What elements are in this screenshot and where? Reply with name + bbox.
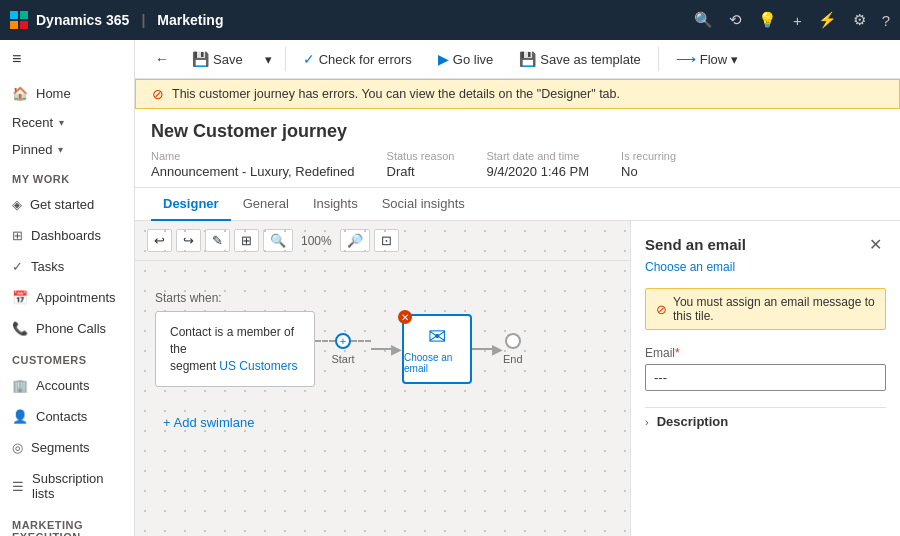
end-label: End bbox=[503, 353, 523, 365]
top-navigation: Dynamics 365 | Marketing 🔍 ⟲ 💡 + ⚡ ⚙ ? bbox=[0, 0, 900, 40]
sidebar-item-phonecalls[interactable]: 📞 Phone Calls bbox=[0, 313, 134, 344]
meta-name: Name Announcement - Luxury, Redefined bbox=[151, 150, 355, 179]
svg-rect-1 bbox=[20, 11, 28, 19]
save-label: Save bbox=[213, 52, 243, 67]
redo-button[interactable]: ↪ bbox=[176, 229, 201, 252]
save-icon: 💾 bbox=[192, 51, 209, 67]
mywork-section-header: My Work bbox=[0, 163, 134, 189]
contacts-icon: 👤 bbox=[12, 409, 28, 424]
end-connector: End bbox=[503, 333, 523, 365]
check-errors-button[interactable]: ✓ Check for errors bbox=[292, 46, 423, 72]
tab-socialinsights[interactable]: Social insights bbox=[370, 188, 477, 221]
settings-icon[interactable]: ⚙ bbox=[853, 11, 866, 29]
save-dropdown-button[interactable]: ▾ bbox=[258, 47, 279, 72]
right-panel-title: Send an email bbox=[645, 236, 746, 253]
right-panel: Send an email ✕ Choose an email ⊘ You mu… bbox=[630, 221, 900, 536]
refresh-icon[interactable]: ⟲ bbox=[729, 11, 742, 29]
start-label: Start bbox=[331, 353, 354, 365]
sidebar-item-appointments[interactable]: 📅 Appointments bbox=[0, 282, 134, 313]
flow-icon: ⟶ bbox=[676, 51, 696, 67]
add-swimlane-button[interactable]: + Add swimlane bbox=[155, 411, 610, 434]
email-tile[interactable]: ✕ ✉ Choose an email bbox=[402, 314, 472, 384]
email-tile-error-icon: ✕ bbox=[398, 310, 412, 324]
pinned-chevron-icon: ▾ bbox=[58, 144, 63, 155]
svg-rect-2 bbox=[10, 21, 18, 29]
tasks-icon: ✓ bbox=[12, 259, 23, 274]
hamburger-menu[interactable]: ≡ bbox=[0, 40, 134, 78]
description-chevron-icon: › bbox=[645, 416, 649, 428]
right-panel-close-button[interactable]: ✕ bbox=[865, 233, 886, 256]
grid-button[interactable]: ⊞ bbox=[234, 229, 259, 252]
solid-line-1 bbox=[371, 348, 391, 350]
go-live-button[interactable]: ▶ Go live bbox=[427, 46, 504, 72]
journey-row: Contact is a member of the segment US Cu… bbox=[155, 311, 610, 387]
arrow-to-email: ▶ bbox=[371, 341, 402, 357]
accounts-icon: 🏢 bbox=[12, 378, 28, 393]
start-box-text1: Contact is a member of the bbox=[170, 325, 294, 356]
back-button[interactable]: ← bbox=[147, 47, 177, 71]
tab-designer[interactable]: Designer bbox=[151, 188, 231, 221]
email-field-label: Email* bbox=[645, 346, 886, 360]
filter-icon[interactable]: ⚡ bbox=[818, 11, 837, 29]
zoom-level: 100% bbox=[297, 234, 336, 248]
sidebar-item-subscriptionlists[interactable]: ☰ Subscription lists bbox=[0, 463, 134, 509]
sidebar-item-contacts[interactable]: 👤 Contacts bbox=[0, 401, 134, 432]
save-button[interactable]: 💾 Save bbox=[181, 46, 254, 72]
tab-general[interactable]: General bbox=[231, 188, 301, 221]
dashboards-icon: ⊞ bbox=[12, 228, 23, 243]
canvas-content: Starts when: Contact is a member of the … bbox=[135, 261, 630, 464]
add-swimlane-label: + Add swimlane bbox=[163, 415, 254, 430]
recent-label: Recent bbox=[12, 115, 53, 130]
edit-button[interactable]: ✎ bbox=[205, 229, 230, 252]
error-banner-icon: ⊘ bbox=[152, 86, 164, 102]
sidebar-item-accounts[interactable]: 🏢 Accounts bbox=[0, 370, 134, 401]
module-name: Marketing bbox=[157, 12, 223, 28]
dashed-line-2 bbox=[351, 340, 371, 342]
email-field-input[interactable] bbox=[645, 364, 886, 391]
fit-button[interactable]: ⊡ bbox=[374, 229, 399, 252]
page-meta: Name Announcement - Luxury, Redefined St… bbox=[151, 150, 884, 179]
pinned-label: Pinned bbox=[12, 142, 52, 157]
getstarted-icon: ◈ bbox=[12, 197, 22, 212]
add-icon[interactable]: + bbox=[793, 12, 802, 29]
home-icon: 🏠 bbox=[12, 86, 28, 101]
journey-start-box: Contact is a member of the segment US Cu… bbox=[155, 311, 315, 387]
save-template-button[interactable]: 💾 Save as template bbox=[508, 46, 651, 72]
arrow-right-icon: ▶ bbox=[391, 341, 402, 357]
zoom-out-button[interactable]: 🔍 bbox=[263, 229, 293, 252]
required-asterisk: * bbox=[675, 346, 680, 360]
us-customers-link[interactable]: US Customers bbox=[219, 359, 297, 373]
flow-button[interactable]: ⟶ Flow ▾ bbox=[665, 46, 749, 72]
svg-rect-3 bbox=[20, 21, 28, 29]
end-node-circle bbox=[505, 333, 521, 349]
toolbar-separator-2 bbox=[658, 47, 659, 71]
description-section[interactable]: › Description bbox=[645, 407, 886, 435]
sidebar-item-dashboards[interactable]: ⊞ Dashboards bbox=[0, 220, 134, 251]
sidebar-item-tasks[interactable]: ✓ Tasks bbox=[0, 251, 134, 282]
lightbulb-icon[interactable]: 💡 bbox=[758, 11, 777, 29]
customers-section-header: Customers bbox=[0, 344, 134, 370]
undo-button[interactable]: ↩ bbox=[147, 229, 172, 252]
subscriptionlists-icon: ☰ bbox=[12, 479, 24, 494]
email-tile-email-icon: ✉ bbox=[428, 324, 446, 350]
save-template-label: Save as template bbox=[540, 52, 640, 67]
zoom-in-button[interactable]: 🔎 bbox=[340, 229, 370, 252]
mktexec-section-header: Marketing execution bbox=[0, 509, 134, 536]
sidebar-item-home[interactable]: 🏠 Home bbox=[0, 78, 134, 109]
toolbar-separator-1 bbox=[285, 47, 286, 71]
sidebar-item-getstarted[interactable]: ◈ Get started bbox=[0, 189, 134, 220]
tab-insights[interactable]: Insights bbox=[301, 188, 370, 221]
search-icon[interactable]: 🔍 bbox=[694, 11, 713, 29]
brand-name: Dynamics 365 bbox=[36, 12, 129, 28]
sidebar: ≡ 🏠 Home Recent ▾ Pinned ▾ My Work ◈ Get… bbox=[0, 40, 135, 536]
start-connector: + Start bbox=[315, 333, 371, 365]
right-panel-subtitle[interactable]: Choose an email bbox=[631, 260, 900, 284]
start-node-circle: + bbox=[335, 333, 351, 349]
flow-label: Flow bbox=[700, 52, 727, 67]
main-layout: ≡ 🏠 Home Recent ▾ Pinned ▾ My Work ◈ Get… bbox=[0, 40, 900, 536]
sidebar-pinned-collapse[interactable]: Pinned ▾ bbox=[0, 136, 134, 163]
help-icon[interactable]: ? bbox=[882, 12, 890, 29]
brand-icon: Dynamics 365 | Marketing bbox=[10, 11, 223, 29]
sidebar-recent-collapse[interactable]: Recent ▾ bbox=[0, 109, 134, 136]
sidebar-item-segments[interactable]: ◎ Segments bbox=[0, 432, 134, 463]
